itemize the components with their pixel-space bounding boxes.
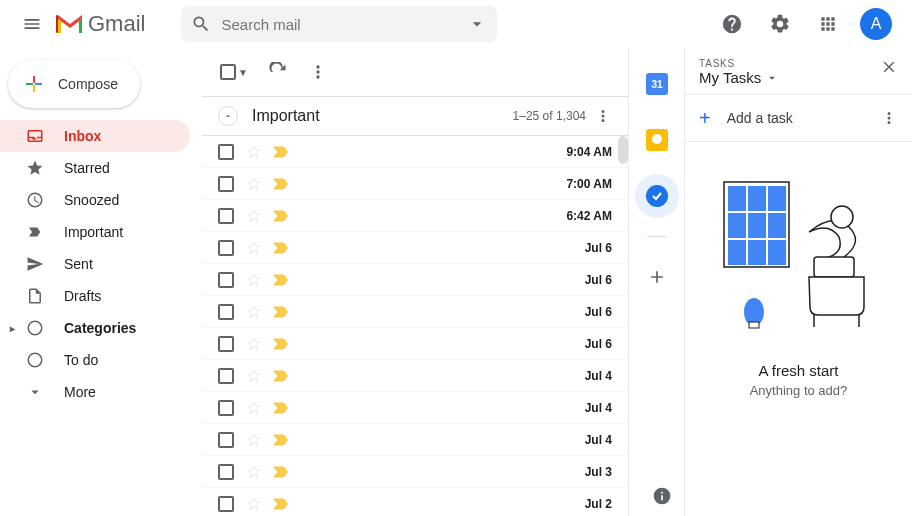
scrollbar[interactable] [618, 136, 628, 164]
nav-label: Sent [64, 256, 93, 272]
nav-item-categories[interactable]: ▸Categories [0, 312, 190, 344]
star-icon[interactable]: ☆ [246, 461, 262, 483]
mail-row[interactable]: ☆Jul 3 [202, 456, 628, 488]
star-icon[interactable]: ☆ [246, 141, 262, 163]
mail-date: Jul 4 [585, 369, 612, 383]
add-task-button[interactable]: + Add a task [699, 107, 880, 130]
star-icon[interactable]: ☆ [246, 205, 262, 227]
section-header: Important 1–25 of 1,304 [202, 96, 628, 136]
star-icon [26, 159, 46, 177]
nav-item-important[interactable]: Important [0, 216, 190, 248]
tasks-more-button[interactable] [880, 109, 898, 127]
important-marker-icon[interactable] [272, 433, 290, 447]
mail-row[interactable]: ☆7:00 AM [202, 168, 628, 200]
main-menu-button[interactable] [8, 0, 56, 48]
mail-row[interactable]: ☆Jul 4 [202, 360, 628, 392]
nav-label: Inbox [64, 128, 101, 144]
mail-row[interactable]: ☆Jul 2 [202, 488, 628, 516]
select-all-checkbox[interactable] [220, 64, 236, 80]
nav-item-to-do[interactable]: To do [0, 344, 190, 376]
rail-app-keep[interactable] [637, 120, 677, 160]
important-marker-icon[interactable] [272, 209, 290, 223]
mail-checkbox[interactable] [218, 144, 234, 160]
collapse-section-button[interactable] [218, 106, 238, 126]
rail-app-calendar[interactable]: 31 [637, 64, 677, 104]
mail-date: Jul 2 [585, 497, 612, 511]
star-icon[interactable]: ☆ [246, 269, 262, 291]
mail-row[interactable]: ☆Jul 6 [202, 264, 628, 296]
mail-checkbox[interactable] [218, 240, 234, 256]
mail-checkbox[interactable] [218, 496, 234, 512]
star-icon[interactable]: ☆ [246, 173, 262, 195]
nav-item-sent[interactable]: Sent [0, 248, 190, 280]
mail-row[interactable]: ☆6:42 AM [202, 200, 628, 232]
rail-app-tasks[interactable] [637, 176, 677, 216]
rail-add-app-button[interactable] [637, 257, 677, 297]
important-marker-icon[interactable] [272, 305, 290, 319]
gmail-logo[interactable]: Gmail [56, 11, 145, 37]
mail-row[interactable]: ☆Jul 6 [202, 232, 628, 264]
search-options-icon[interactable] [467, 14, 487, 34]
chevron-down-icon [765, 71, 779, 85]
important-marker-icon[interactable] [272, 241, 290, 255]
nav-item-starred[interactable]: Starred [0, 152, 190, 184]
mail-checkbox[interactable] [218, 400, 234, 416]
mail-main: ▼ Important 1–25 of 1,304 ☆9:04 AM☆7:00 … [202, 48, 628, 516]
tasks-list-selector[interactable]: My Tasks [699, 69, 880, 86]
important-marker-icon[interactable] [272, 337, 290, 351]
important-marker-icon[interactable] [272, 273, 290, 287]
sent-icon [26, 255, 46, 273]
mail-checkbox[interactable] [218, 368, 234, 384]
mail-row[interactable]: ☆Jul 4 [202, 392, 628, 424]
nav-item-drafts[interactable]: Drafts [0, 280, 190, 312]
settings-button[interactable] [760, 4, 800, 44]
select-dropdown-icon[interactable]: ▼ [238, 67, 248, 78]
mail-date: 7:00 AM [566, 177, 612, 191]
star-icon[interactable]: ☆ [246, 365, 262, 387]
nav-item-inbox[interactable]: Inbox [0, 120, 190, 152]
important-marker-icon[interactable] [272, 465, 290, 479]
account-avatar[interactable]: A [860, 8, 892, 40]
star-icon[interactable]: ☆ [246, 397, 262, 419]
mail-checkbox[interactable] [218, 176, 234, 192]
more-actions-button[interactable] [308, 62, 328, 82]
star-icon[interactable]: ☆ [246, 333, 262, 355]
nav-item-more[interactable]: More [0, 376, 190, 408]
star-icon[interactable]: ☆ [246, 493, 262, 515]
compose-button[interactable]: Compose [8, 60, 140, 108]
tasks-empty-title: A fresh start [758, 362, 838, 379]
mail-date: Jul 6 [585, 305, 612, 319]
star-icon[interactable]: ☆ [246, 301, 262, 323]
mail-list[interactable]: ☆9:04 AM☆7:00 AM☆6:42 AM☆Jul 6☆Jul 6☆Jul… [202, 136, 628, 516]
mail-checkbox[interactable] [218, 208, 234, 224]
mail-checkbox[interactable] [218, 464, 234, 480]
mail-checkbox[interactable] [218, 272, 234, 288]
important-marker-icon[interactable] [272, 401, 290, 415]
important-marker-icon[interactable] [272, 177, 290, 191]
search-input[interactable] [221, 16, 467, 33]
mail-row[interactable]: ☆9:04 AM [202, 136, 628, 168]
important-marker-icon[interactable] [272, 145, 290, 159]
mail-row[interactable]: ☆Jul 6 [202, 328, 628, 360]
info-button[interactable] [652, 486, 672, 506]
mail-checkbox[interactable] [218, 304, 234, 320]
compose-label: Compose [58, 76, 118, 92]
nav-item-snoozed[interactable]: Snoozed [0, 184, 190, 216]
refresh-button[interactable] [268, 62, 288, 82]
apps-button[interactable] [808, 4, 848, 44]
support-button[interactable] [712, 4, 752, 44]
star-icon[interactable]: ☆ [246, 237, 262, 259]
close-tasks-button[interactable] [880, 58, 898, 76]
search-bar[interactable] [181, 6, 497, 42]
mail-date: Jul 6 [585, 337, 612, 351]
important-marker-icon[interactable] [272, 497, 290, 511]
important-marker-icon[interactable] [272, 369, 290, 383]
mail-checkbox[interactable] [218, 336, 234, 352]
mail-date: Jul 3 [585, 465, 612, 479]
mail-checkbox[interactable] [218, 432, 234, 448]
mail-row[interactable]: ☆Jul 6 [202, 296, 628, 328]
star-icon[interactable]: ☆ [246, 429, 262, 451]
section-more-button[interactable] [594, 107, 612, 125]
mail-row[interactable]: ☆Jul 4 [202, 424, 628, 456]
svg-point-7 [652, 134, 662, 144]
